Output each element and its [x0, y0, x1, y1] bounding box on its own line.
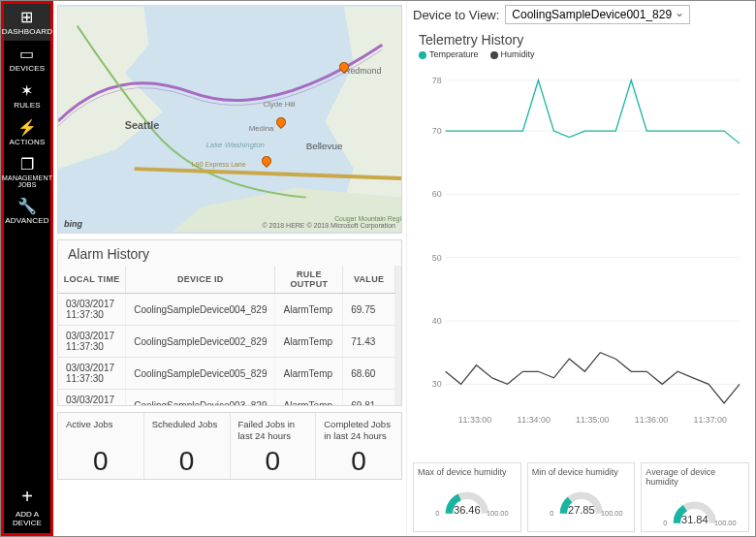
- alarm-history-title: Alarm History: [58, 240, 401, 266]
- map-provider: bing: [64, 219, 82, 229]
- job-count: 0: [66, 446, 136, 477]
- map-panel[interactable]: Seattle Bellevue Redmond Clyde Hill Medi…: [57, 5, 402, 234]
- svg-text:36.46: 36.46: [454, 504, 481, 516]
- map-copyright: © 2018 HERE © 2018 Microsoft Corporation: [262, 222, 395, 229]
- chart-svg: 30405060707811:33:0011:34:0011:35:0011:3…: [419, 61, 743, 429]
- device-select[interactable]: CoolingSampleDevice001_829: [505, 5, 690, 24]
- plus-icon: +: [21, 486, 33, 508]
- col-local-time[interactable]: LOCAL TIME: [58, 266, 126, 294]
- scrollbar[interactable]: [395, 266, 401, 405]
- job-count: 0: [152, 446, 222, 477]
- advanced-icon: 🔧: [17, 199, 37, 214]
- actions-icon: ⚡: [17, 120, 37, 136]
- svg-text:Redmond: Redmond: [344, 66, 381, 76]
- add-device-button[interactable]: +ADD A DEVICE: [4, 482, 50, 533]
- job-completed: Completed Jobs in last 24 hours0: [316, 413, 401, 479]
- chart-title: Telemetry History: [419, 32, 743, 47]
- legend-dot-humidity: [490, 51, 498, 59]
- gauge-avg-humidity: Average of device humidity 31.840100.00: [641, 462, 749, 532]
- job-failed: Failed Jobs in last 24 hours0: [231, 413, 317, 479]
- svg-text:27.85: 27.85: [568, 504, 595, 516]
- sidebar: ⊞DASHBOARD ▭DEVICES ✶RULES ⚡ACTIONS ❐MAN…: [1, 1, 53, 536]
- sidebar-item-advanced[interactable]: 🔧ADVANCED: [4, 193, 50, 230]
- alarm-table: LOCAL TIME DEVICE ID RULE OUTPUT VALUE 0…: [58, 266, 395, 405]
- sidebar-item-rules[interactable]: ✶RULES: [4, 78, 50, 114]
- svg-text:Bellevue: Bellevue: [306, 141, 343, 151]
- device-select-label: Device to View:: [413, 8, 499, 22]
- svg-text:100.00: 100.00: [487, 509, 509, 518]
- svg-text:11:34:00: 11:34:00: [517, 415, 551, 425]
- jobs-icon: ❐: [20, 157, 34, 173]
- device-selector-row: Device to View: CoolingSampleDevice001_8…: [413, 5, 749, 26]
- sidebar-item-dashboard[interactable]: ⊞DASHBOARD: [4, 4, 50, 41]
- gauges-row: Max of device humidity 36.460100.00 Min …: [413, 462, 749, 532]
- dashboard-icon: ⊞: [20, 10, 33, 25]
- svg-text:50: 50: [432, 253, 442, 263]
- svg-text:0: 0: [664, 519, 668, 527]
- chart-legend: Temperature Humidity: [419, 49, 743, 59]
- sidebar-item-label: ADD A DEVICE: [4, 510, 50, 527]
- svg-text:0: 0: [435, 509, 439, 518]
- svg-text:70: 70: [432, 126, 442, 136]
- sidebar-item-devices[interactable]: ▭DEVICES: [4, 41, 50, 78]
- col-value[interactable]: VALUE: [343, 266, 395, 294]
- table-row[interactable]: 03/03/2017 11:37:30CoolingSampleDevice00…: [58, 358, 395, 390]
- svg-text:30: 30: [432, 379, 442, 389]
- telemetry-chart: Telemetry History Temperature Humidity 3…: [413, 30, 749, 458]
- svg-text:100.00: 100.00: [601, 509, 623, 518]
- svg-text:100.00: 100.00: [714, 519, 737, 527]
- svg-text:Seattle: Seattle: [125, 119, 159, 131]
- rules-icon: ✶: [20, 83, 33, 99]
- svg-text:11:33:00: 11:33:00: [458, 415, 492, 425]
- svg-text:0: 0: [550, 509, 553, 518]
- job-count: 0: [324, 446, 394, 477]
- sidebar-item-label: RULES: [14, 101, 41, 110]
- svg-text:I-90 Express Lane: I-90 Express Lane: [192, 161, 246, 169]
- svg-text:31.84: 31.84: [681, 514, 709, 525]
- sidebar-item-label: DEVICES: [10, 64, 46, 73]
- sidebar-item-actions[interactable]: ⚡ACTIONS: [4, 114, 50, 151]
- svg-text:Lake Washington: Lake Washington: [205, 142, 265, 150]
- sidebar-item-label: MANAGEMENT JOBS: [2, 174, 52, 188]
- job-count: 0: [238, 446, 308, 477]
- job-scheduled: Scheduled Jobs0: [144, 413, 231, 479]
- alarm-history-panel: Alarm History LOCAL TIME DEVICE ID RULE …: [57, 239, 402, 406]
- svg-text:11:36:00: 11:36:00: [635, 415, 669, 425]
- job-active: Active Jobs0: [58, 413, 144, 479]
- sidebar-item-label: ADVANCED: [5, 216, 48, 225]
- jobs-panel: Active Jobs0 Scheduled Jobs0 Failed Jobs…: [57, 412, 402, 480]
- svg-text:11:35:00: 11:35:00: [576, 415, 610, 425]
- sidebar-item-management-jobs[interactable]: ❐MANAGEMENT JOBS: [4, 151, 50, 193]
- gauge-max-humidity: Max of device humidity 36.460100.00: [413, 462, 521, 532]
- svg-text:11:37:00: 11:37:00: [693, 415, 727, 425]
- svg-text:40: 40: [432, 316, 442, 326]
- table-row[interactable]: 03/03/2017 11:37:30CoolingSampleDevice00…: [58, 326, 395, 358]
- sidebar-item-label: ACTIONS: [10, 138, 46, 146]
- sidebar-item-label: DASHBOARD: [2, 27, 52, 36]
- svg-text:Medina: Medina: [249, 124, 274, 133]
- table-row[interactable]: 03/03/2017 11:37:30CoolingSampleDevice00…: [58, 294, 395, 326]
- col-rule-output[interactable]: RULE OUTPUT: [275, 266, 343, 294]
- svg-text:Clyde Hill: Clyde Hill: [263, 100, 295, 109]
- svg-text:60: 60: [432, 189, 442, 199]
- table-row[interactable]: 03/03/2017 11:37:29CoolingSampleDevice00…: [58, 390, 395, 406]
- svg-text:78: 78: [432, 76, 442, 85]
- col-device-id[interactable]: DEVICE ID: [126, 266, 275, 294]
- main: Seattle Bellevue Redmond Clyde Hill Medi…: [53, 1, 755, 536]
- devices-icon: ▭: [19, 47, 34, 62]
- gauge-min-humidity: Min of device humidity 27.850100.00: [527, 462, 636, 532]
- legend-dot-temperature: [419, 51, 426, 59]
